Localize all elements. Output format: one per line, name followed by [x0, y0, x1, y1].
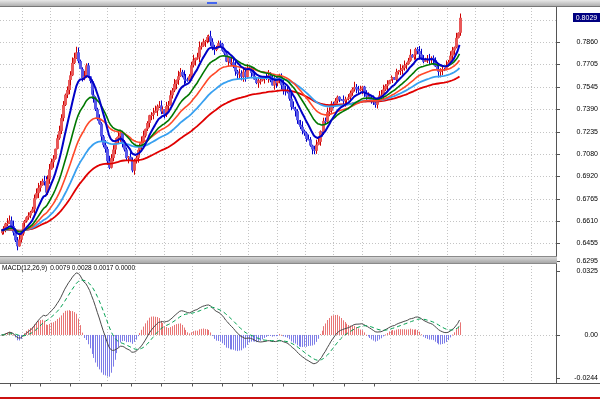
macd-axis[interactable]: 0.03250.00-0.0244: [557, 0, 600, 400]
macd-axis-label: 0.00: [560, 331, 598, 339]
chart-canvas[interactable]: [0, 0, 600, 400]
macd-axis-label: -0.0244: [560, 374, 598, 382]
macd-info-label: MACD(12,26,9)0.0079 0.0028 0.0017 0.0000: [2, 264, 138, 271]
window-top-edge[interactable]: [0, 0, 600, 7]
bottom-accent-line: [0, 397, 600, 399]
macd-indicator-values: 0.0079 0.0028 0.0017 0.0000: [50, 264, 135, 271]
scroll-position-marker: [207, 2, 217, 4]
macd-axis-label: 0.0325: [560, 267, 598, 275]
panel-splitter[interactable]: [0, 256, 557, 264]
chart-window: 0.78600.77050.75450.73900.72350.70800.69…: [0, 0, 600, 400]
macd-indicator-name: MACD(12,26,9): [2, 264, 47, 271]
